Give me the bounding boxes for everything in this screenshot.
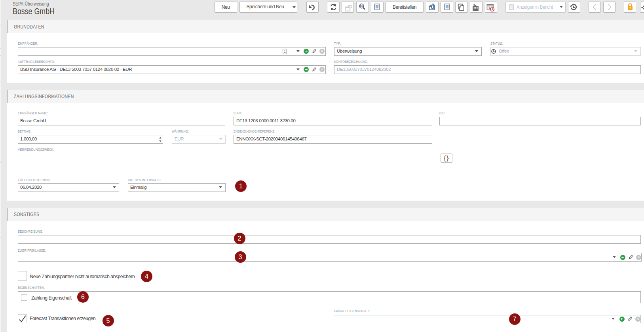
svg-text:BAN: BAN xyxy=(360,5,364,7)
